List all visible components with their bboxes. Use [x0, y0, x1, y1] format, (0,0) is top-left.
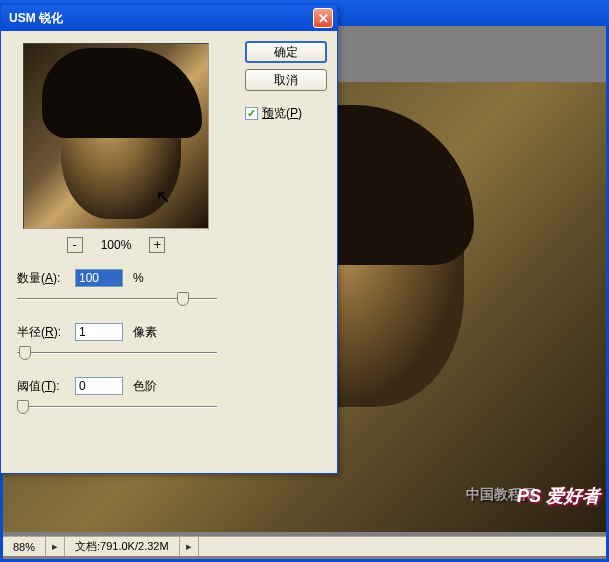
preview-checkbox-row[interactable]: ✓ 预览(P)	[245, 105, 327, 122]
dialog-button-column: 确定 取消 ✓ 预览(P)	[245, 41, 327, 122]
threshold-slider[interactable]	[17, 397, 217, 417]
preview-checkbox[interactable]: ✓	[245, 107, 258, 120]
slider-thumb[interactable]	[19, 346, 31, 360]
threshold-input[interactable]	[75, 377, 123, 395]
threshold-label: 阈值(T):	[17, 378, 69, 395]
amount-input[interactable]	[75, 269, 123, 287]
watermark-text-2: PS 爱好者	[517, 484, 600, 508]
close-icon: ✕	[318, 11, 329, 26]
radius-unit: 像素	[133, 324, 157, 341]
amount-unit: %	[133, 271, 144, 285]
minus-icon: -	[71, 239, 78, 251]
status-arrow-icon[interactable]: ▸	[46, 537, 65, 556]
ok-button[interactable]: 确定	[245, 41, 327, 63]
amount-slider[interactable]	[17, 289, 217, 309]
dialog-body: 确定 取消 ✓ 预览(P) ↖ - 100% + 数量(A): %	[1, 31, 337, 475]
threshold-row: 阈值(T): 色阶	[17, 377, 327, 395]
slider-thumb[interactable]	[17, 400, 29, 414]
slider-track	[17, 406, 217, 408]
usm-sharpen-dialog: USM 锐化 ✕ 确定 取消 ✓ 预览(P) ↖ - 100% +	[0, 4, 338, 474]
status-bar: 88% ▸ 文档:791.0K/2.32M ▸	[3, 536, 606, 556]
document-size: 文档:791.0K/2.32M	[65, 537, 179, 556]
preview-zoom-value: 100%	[101, 238, 132, 252]
cursor-icon: ↖	[156, 186, 171, 208]
radius-input[interactable]	[75, 323, 123, 341]
dialog-title: USM 锐化	[9, 10, 63, 27]
status-menu-icon[interactable]: ▸	[179, 537, 198, 556]
preview-image[interactable]: ↖	[23, 43, 209, 229]
dialog-titlebar[interactable]: USM 锐化 ✕	[1, 5, 337, 31]
check-icon: ✓	[247, 107, 256, 120]
radius-slider[interactable]	[17, 343, 217, 363]
radius-row: 半径(R): 像素	[17, 323, 327, 341]
zoom-level[interactable]: 88%	[3, 537, 46, 556]
close-button[interactable]: ✕	[313, 8, 333, 28]
preview-label: 预览(P)	[262, 105, 302, 122]
zoom-in-button[interactable]: +	[149, 237, 165, 253]
threshold-unit: 色阶	[133, 378, 157, 395]
amount-row: 数量(A): %	[17, 269, 327, 287]
amount-label: 数量(A):	[17, 270, 69, 287]
preview-zoom-controls: - 100% +	[23, 237, 209, 253]
plus-icon: +	[154, 239, 161, 251]
scroll-track[interactable]	[198, 537, 606, 556]
cancel-button[interactable]: 取消	[245, 69, 327, 91]
slider-thumb[interactable]	[177, 292, 189, 306]
radius-label: 半径(R):	[17, 324, 69, 341]
zoom-out-button[interactable]: -	[67, 237, 83, 253]
slider-track	[17, 352, 217, 354]
